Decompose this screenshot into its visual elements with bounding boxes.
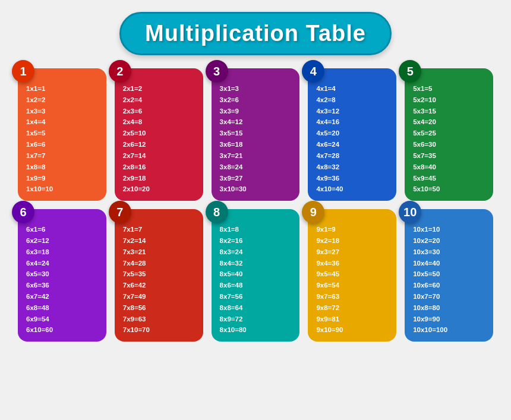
equation-line: 10x9=90 bbox=[413, 314, 487, 325]
equation-line: 1x1=1 bbox=[26, 84, 100, 94]
equation-line: 3x10=30 bbox=[220, 184, 294, 195]
equation-line: 10x8=80 bbox=[413, 303, 487, 314]
tables-grid: 11x1=11x2=21x3=31x4=41x5=51x6=61x7=71x8=… bbox=[18, 68, 493, 342]
equation-line: 3x5=15 bbox=[220, 128, 294, 139]
table-badge-10: 10 bbox=[399, 201, 421, 223]
equation-line: 1x10=10 bbox=[26, 184, 100, 195]
equation-line: 4x3=12 bbox=[316, 106, 390, 117]
equation-line: 6x9=54 bbox=[26, 314, 100, 325]
equation-line: 10x2=20 bbox=[413, 236, 487, 247]
table-card-7: 77x1=77x2=147x3=217x4=287x5=357x6=427x7=… bbox=[115, 209, 203, 342]
equation-line: 2x1=2 bbox=[123, 84, 197, 94]
equation-line: 4x6=24 bbox=[316, 140, 390, 150]
equation-line: 5x4=20 bbox=[413, 117, 487, 128]
table-card-1: 11x1=11x2=21x3=31x4=41x5=51x6=61x7=71x8=… bbox=[18, 68, 106, 201]
equation-line: 9x3=27 bbox=[316, 247, 390, 258]
equation-line: 7x5=35 bbox=[123, 269, 197, 280]
equation-line: 8x8=64 bbox=[220, 303, 294, 314]
equation-line: 7x2=14 bbox=[123, 236, 197, 247]
equation-line: 6x2=12 bbox=[26, 236, 100, 247]
equation-line: 1x8=8 bbox=[26, 162, 100, 173]
equation-line: 2x7=14 bbox=[123, 151, 197, 162]
equation-line: 2x4=8 bbox=[123, 117, 197, 128]
equation-line: 1x3=3 bbox=[26, 106, 100, 117]
equation-line: 6x8=48 bbox=[26, 303, 100, 314]
equation-line: 10x6=60 bbox=[413, 280, 487, 291]
equation-line: 8x5=40 bbox=[220, 269, 294, 280]
equation-line: 5x7=35 bbox=[413, 151, 487, 162]
equation-line: 5x2=10 bbox=[413, 95, 487, 106]
equation-line: 10x7=70 bbox=[413, 292, 487, 302]
table-equations-7: 7x1=77x2=147x3=217x4=287x5=357x6=427x7=4… bbox=[123, 225, 197, 336]
equation-line: 2x10=20 bbox=[123, 184, 197, 195]
table-badge-4: 4 bbox=[302, 60, 324, 83]
table-equations-6: 6x1=66x2=126x3=186x4=246x5=306x6=366x7=4… bbox=[26, 225, 100, 336]
equation-line: 3x8=24 bbox=[220, 162, 294, 173]
equation-line: 7x9=63 bbox=[123, 314, 197, 325]
equation-line: 3x6=18 bbox=[220, 140, 294, 150]
equation-line: 7x6=42 bbox=[123, 280, 197, 291]
equation-line: 9x5=45 bbox=[316, 269, 390, 280]
equation-line: 1x5=5 bbox=[26, 128, 100, 139]
equation-line: 4x10=40 bbox=[316, 184, 390, 195]
table-card-5: 55x1=55x2=105x3=155x4=205x5=255x6=305x7=… bbox=[405, 68, 493, 201]
table-badge-3: 3 bbox=[206, 60, 228, 83]
table-equations-5: 5x1=55x2=105x3=155x4=205x5=255x6=305x7=3… bbox=[413, 84, 487, 195]
table-badge-5: 5 bbox=[399, 60, 421, 83]
equation-line: 8x7=56 bbox=[220, 292, 294, 302]
equation-line: 9x1=9 bbox=[316, 225, 390, 235]
table-card-9: 99x1=99x2=189x3=279x4=369x5=459x6=549x7=… bbox=[308, 209, 396, 342]
table-card-6: 66x1=66x2=126x3=186x4=246x5=306x6=366x7=… bbox=[18, 209, 106, 342]
equation-line: 6x4=24 bbox=[26, 258, 100, 269]
equation-line: 9x10=90 bbox=[316, 325, 390, 336]
equation-line: 4x4=16 bbox=[316, 117, 390, 128]
equation-line: 4x2=8 bbox=[316, 95, 390, 106]
table-badge-9: 9 bbox=[302, 201, 324, 223]
equation-line: 4x9=36 bbox=[316, 173, 390, 184]
table-card-3: 33x1=33x2=63x3=93x4=123x5=153x6=183x7=21… bbox=[212, 68, 300, 201]
equation-line: 7x1=7 bbox=[123, 225, 197, 235]
equation-line: 4x1=4 bbox=[316, 84, 390, 94]
equation-line: 10x5=50 bbox=[413, 269, 487, 280]
equation-line: 5x10=50 bbox=[413, 184, 487, 195]
equation-line: 3x1=3 bbox=[220, 84, 294, 94]
equation-line: 5x3=15 bbox=[413, 106, 487, 117]
equation-line: 6x10=60 bbox=[26, 325, 100, 336]
equation-line: 10x1=10 bbox=[413, 225, 487, 235]
equation-line: 2x6=12 bbox=[123, 140, 197, 150]
equation-line: 8x6=48 bbox=[220, 280, 294, 291]
table-equations-8: 8x1=88x2=168x3=248x4=328x5=408x6=488x7=5… bbox=[220, 225, 294, 336]
equation-line: 7x8=56 bbox=[123, 303, 197, 314]
equation-line: 4x8=32 bbox=[316, 162, 390, 173]
equation-line: 5x1=5 bbox=[413, 84, 487, 94]
equation-line: 2x5=10 bbox=[123, 128, 197, 139]
equation-line: 9x8=72 bbox=[316, 303, 390, 314]
equation-line: 9x6=54 bbox=[316, 280, 390, 291]
table-equations-4: 4x1=44x2=84x3=124x4=164x5=204x6=244x7=28… bbox=[316, 84, 390, 195]
table-equations-10: 10x1=1010x2=2010x3=3010x4=4010x5=5010x6=… bbox=[413, 225, 487, 336]
equation-line: 8x3=24 bbox=[220, 247, 294, 258]
equation-line: 8x10=80 bbox=[220, 325, 294, 336]
equation-line: 6x1=6 bbox=[26, 225, 100, 235]
table-badge-2: 2 bbox=[109, 60, 131, 83]
equation-line: 2x8=16 bbox=[123, 162, 197, 173]
equation-line: 8x9=72 bbox=[220, 314, 294, 325]
equation-line: 2x3=6 bbox=[123, 106, 197, 117]
equation-line: 8x2=16 bbox=[220, 236, 294, 247]
table-card-2: 22x1=22x2=42x3=62x4=82x5=102x6=122x7=142… bbox=[115, 68, 203, 201]
equation-line: 4x7=28 bbox=[316, 151, 390, 162]
equation-line: 3x7=21 bbox=[220, 151, 294, 162]
table-badge-8: 8 bbox=[206, 201, 228, 223]
equation-line: 7x3=21 bbox=[123, 247, 197, 258]
equation-line: 10x3=30 bbox=[413, 247, 487, 258]
table-equations-9: 9x1=99x2=189x3=279x4=369x5=459x6=549x7=6… bbox=[316, 225, 390, 336]
table-equations-3: 3x1=33x2=63x3=93x4=123x5=153x6=183x7=213… bbox=[220, 84, 294, 195]
equation-line: 6x3=18 bbox=[26, 247, 100, 258]
equation-line: 5x8=40 bbox=[413, 162, 487, 173]
equation-line: 5x9=45 bbox=[413, 173, 487, 184]
equation-line: 6x5=30 bbox=[26, 269, 100, 280]
table-equations-2: 2x1=22x2=42x3=62x4=82x5=102x6=122x7=142x… bbox=[123, 84, 197, 195]
equation-line: 1x9=9 bbox=[26, 173, 100, 184]
table-card-10: 1010x1=1010x2=2010x3=3010x4=4010x5=5010x… bbox=[405, 209, 493, 342]
title-container: Multiplication Table bbox=[119, 12, 392, 55]
